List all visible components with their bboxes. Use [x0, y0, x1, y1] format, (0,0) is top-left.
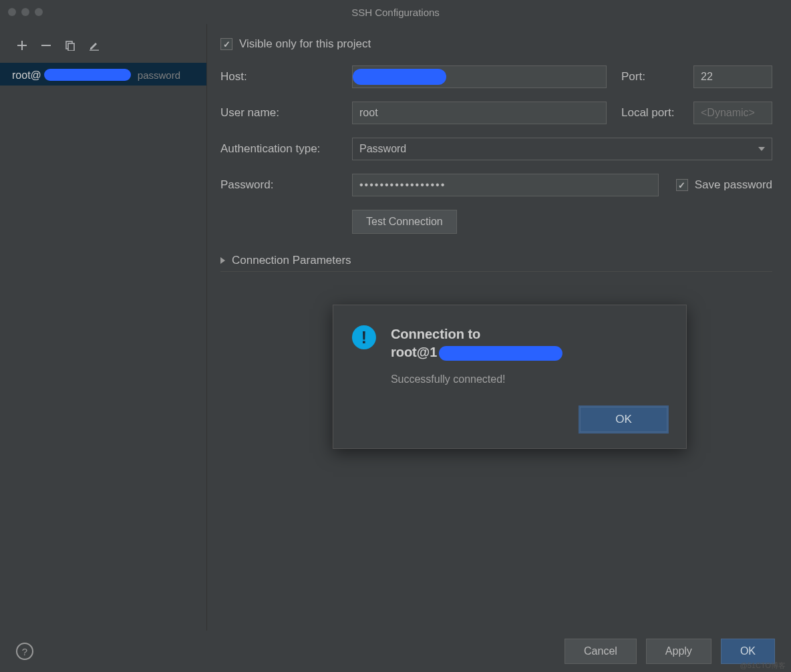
- username-row: User name: Local port:: [220, 102, 772, 124]
- redacted-host-value: [353, 69, 446, 85]
- help-button[interactable]: ?: [16, 643, 33, 660]
- dialog-message: Successfully connected!: [391, 373, 667, 385]
- svg-rect-2: [41, 45, 51, 46]
- connection-parameters-toggle[interactable]: Connection Parameters: [220, 250, 772, 272]
- local-port-input[interactable]: [693, 102, 772, 124]
- dialog-body: ! Connection to root@1 Successfully conn…: [352, 325, 667, 385]
- sidebar: root@ password: [0, 24, 207, 631]
- host-row: Host: Port:: [220, 65, 772, 88]
- apply-button[interactable]: Apply: [646, 639, 711, 664]
- save-password-label: Save password: [695, 178, 772, 192]
- minimize-window-icon[interactable]: [21, 8, 29, 16]
- dialog-footer: OK: [352, 407, 667, 432]
- auth-type-label: Authentication type:: [220, 142, 344, 156]
- auth-type-select[interactable]: Password: [352, 138, 772, 160]
- password-label: Password:: [220, 178, 344, 192]
- redacted-host: [44, 69, 131, 81]
- info-icon: !: [352, 325, 376, 349]
- dialog-title: Connection to root@1: [391, 325, 667, 361]
- close-window-icon[interactable]: [8, 8, 16, 16]
- window-controls: [0, 8, 43, 16]
- save-password-row: Save password: [676, 178, 772, 192]
- local-port-label: Local port:: [621, 106, 685, 120]
- edit-icon[interactable]: [88, 39, 100, 51]
- host-label: Host:: [220, 70, 344, 83]
- config-list: root@ password: [0, 63, 206, 86]
- main-area: root@ password Visible only for this pro…: [0, 24, 791, 631]
- redacted-connection-host: [438, 346, 562, 361]
- username-input[interactable]: [352, 102, 607, 124]
- auth-type-row: Authentication type: Password: [220, 138, 772, 160]
- copy-icon[interactable]: [64, 39, 76, 51]
- titlebar: SSH Configurations: [0, 0, 791, 24]
- host-input[interactable]: [352, 65, 607, 88]
- config-item-auth: password: [138, 69, 180, 81]
- triangle-right-icon: [220, 257, 225, 264]
- window-title: SSH Configurations: [351, 7, 440, 18]
- connection-parameters-label: Connection Parameters: [232, 254, 351, 267]
- chevron-down-icon: [758, 147, 765, 151]
- dialog-ok-button[interactable]: OK: [580, 407, 667, 432]
- maximize-window-icon[interactable]: [35, 8, 43, 16]
- test-connection-row: Test Connection: [352, 210, 772, 234]
- svg-rect-4: [68, 43, 74, 51]
- sidebar-toolbar: [0, 36, 206, 55]
- watermark: @51CTO博客: [740, 661, 786, 671]
- add-icon[interactable]: [16, 39, 28, 51]
- svg-rect-5: [90, 50, 99, 51]
- port-input[interactable]: [693, 65, 772, 88]
- connection-result-dialog: ! Connection to root@1 Successfully conn…: [333, 305, 687, 449]
- port-label: Port:: [621, 70, 685, 83]
- password-row: Password: ••••••••••••••••• Save passwor…: [220, 174, 772, 196]
- visible-only-row: Visible only for this project: [220, 37, 772, 51]
- auth-type-value: Password: [359, 143, 406, 155]
- dialog-text: Connection to root@1 Successfully connec…: [391, 325, 667, 385]
- save-password-checkbox[interactable]: [676, 179, 688, 191]
- form-area: Visible only for this project Host: Port…: [207, 24, 791, 631]
- password-masked: •••••••••••••••••: [359, 179, 446, 191]
- svg-rect-1: [17, 45, 27, 46]
- visible-only-checkbox[interactable]: [220, 38, 232, 50]
- username-label: User name:: [220, 106, 344, 120]
- cancel-button[interactable]: Cancel: [565, 639, 637, 664]
- config-item[interactable]: root@ password: [0, 63, 206, 86]
- test-connection-button[interactable]: Test Connection: [352, 210, 457, 234]
- password-input[interactable]: •••••••••••••••••: [352, 174, 659, 196]
- visible-only-label: Visible only for this project: [239, 37, 371, 51]
- bottom-bar: ? Cancel Apply OK: [0, 631, 791, 672]
- config-item-user: root@: [12, 69, 41, 81]
- remove-icon[interactable]: [40, 39, 52, 51]
